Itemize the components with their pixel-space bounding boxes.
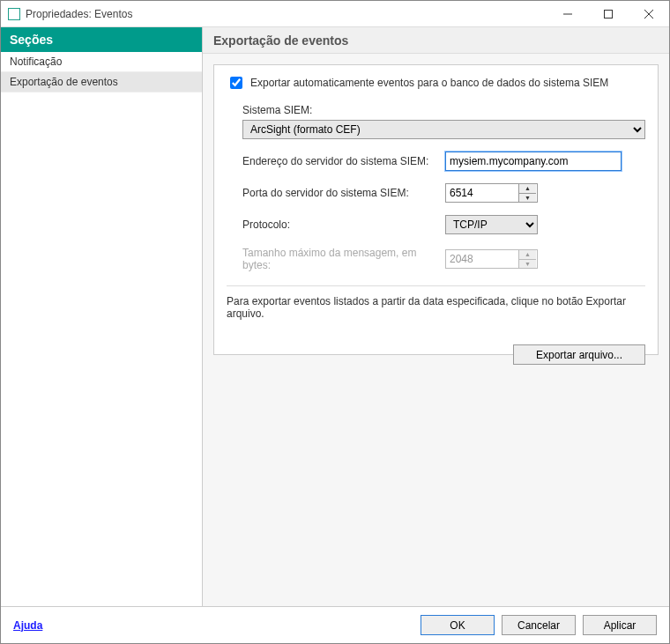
content-header: Exportação de eventos — [203, 27, 669, 54]
body: Seções Notificação Exportação de eventos… — [1, 27, 669, 606]
protocol-select[interactable]: TCP/IP — [445, 215, 538, 234]
spin-down-icon[interactable]: ▼ — [519, 193, 536, 203]
server-port-label: Porta do servidor do sistema SIEM: — [242, 187, 445, 199]
cancel-button[interactable]: Cancelar — [502, 615, 576, 635]
siem-system-label: Sistema SIEM: — [242, 104, 645, 116]
maximize-button[interactable] — [588, 1, 629, 27]
server-address-input[interactable] — [445, 152, 622, 171]
export-file-button[interactable]: Exportar arquivo... — [513, 344, 645, 365]
divider — [227, 285, 645, 286]
max-msg-input — [446, 250, 518, 268]
close-button[interactable] — [629, 1, 669, 27]
sidebar-item-label: Notificação — [10, 56, 62, 68]
max-msg-label: Tamanho máximo da mensagem, em bytes: — [242, 247, 445, 271]
titlebar: Propriedades: Eventos — [1, 1, 669, 27]
siem-block: Sistema SIEM: ArcSight (formato CEF) End… — [242, 104, 645, 271]
minimize-button[interactable] — [547, 1, 588, 27]
sidebar-item-label: Exportação de eventos — [10, 76, 118, 88]
auto-export-label: Exportar automaticamente eventos para o … — [250, 77, 608, 89]
server-port-spinner[interactable]: ▲ ▼ — [445, 183, 538, 203]
sidebar-item-event-export[interactable]: Exportação de eventos — [1, 72, 202, 93]
ok-button[interactable]: OK — [421, 615, 495, 635]
protocol-row: Protocolo: TCP/IP — [242, 215, 645, 234]
spin-up-icon: ▲ — [519, 250, 536, 259]
server-port-input[interactable] — [446, 184, 518, 202]
max-msg-row: Tamanho máximo da mensagem, em bytes: ▲ … — [242, 247, 645, 271]
sidebar-item-notification[interactable]: Notificação — [1, 52, 202, 72]
apply-button[interactable]: Aplicar — [583, 615, 657, 635]
bottom-bar: Ajuda OK Cancelar Aplicar — [1, 606, 669, 643]
content: Exportação de eventos Exportar automatic… — [203, 27, 669, 606]
maximize-icon — [604, 10, 613, 19]
window: Propriedades: Eventos Seções Notificação… — [0, 0, 670, 644]
server-port-row: Porta do servidor do sistema SIEM: ▲ ▼ — [242, 183, 645, 203]
window-title: Propriedades: Eventos — [26, 8, 132, 20]
auto-export-checkbox[interactable] — [230, 77, 242, 89]
siem-system-select[interactable]: ArcSight (formato CEF) — [242, 120, 645, 139]
spin-up-icon[interactable]: ▲ — [519, 184, 536, 193]
help-link[interactable]: Ajuda — [13, 619, 42, 632]
close-icon — [644, 10, 653, 19]
protocol-label: Protocolo: — [242, 218, 445, 231]
server-address-label: Endereço do servidor do sistema SIEM: — [242, 155, 445, 167]
server-address-row: Endereço do servidor do sistema SIEM: — [242, 152, 645, 171]
sidebar: Seções Notificação Exportação de eventos — [1, 27, 203, 606]
spin-down-icon: ▼ — [519, 259, 536, 269]
sidebar-header: Seções — [1, 27, 202, 52]
max-msg-spinner: ▲ ▼ — [445, 249, 538, 269]
export-hint: Para exportar eventos listados a partir … — [227, 295, 645, 320]
settings-panel: Exportar automaticamente eventos para o … — [213, 64, 659, 355]
minimize-icon — [563, 10, 572, 19]
app-icon — [8, 8, 20, 20]
svg-rect-1 — [605, 10, 613, 18]
auto-export-row: Exportar automaticamente eventos para o … — [227, 74, 645, 92]
